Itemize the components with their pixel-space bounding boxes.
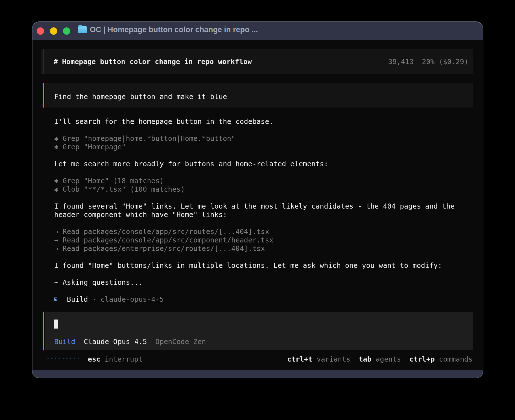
session-stats: 39,413 20% ($0.29): [388, 58, 468, 66]
conversation-line: ~ Asking questions...: [54, 278, 143, 287]
user-message-text: Find the homepage button and make it blu…: [54, 93, 227, 101]
user-message-bar: [43, 83, 44, 108]
minimize-button[interactable]: [50, 27, 57, 35]
conversation-line: ✱ Grep "Homepage": [54, 143, 126, 151]
footer-esc-hint: esc interrupt: [88, 355, 143, 364]
esc-key: esc: [88, 355, 101, 363]
conversation-line: Build · claude-opus-4-5: [54, 295, 164, 304]
conversation-line: → Read packages/enterprise/src/routes/[.…: [54, 244, 265, 253]
conversation-line: header component which have "Home" links…: [54, 211, 227, 219]
zoom-button[interactable]: [63, 27, 70, 35]
esc-label: interrupt: [105, 355, 143, 363]
spinner-dot: [55, 358, 56, 359]
folder-icon: [78, 26, 87, 33]
footer-shortcuts: ctrl+t variants tab agents ctrl+p comman…: [287, 355, 473, 364]
shortcut-label: commands: [435, 355, 473, 363]
shortcut-key: tab: [359, 355, 372, 363]
conversation-line: I found several "Home" links. Let me loo…: [54, 202, 455, 211]
input-bar: [43, 312, 44, 350]
text-cursor: [54, 320, 58, 329]
shortcut-label: agents: [372, 355, 409, 363]
window-title: OC | Homepage button color change in rep…: [90, 25, 258, 37]
conversation-line: → Read packages/console/app/src/componen…: [54, 236, 273, 244]
shortcut-label: variants: [313, 355, 359, 363]
close-button[interactable]: [37, 27, 44, 35]
input-status-line: Build Claude Opus 4.5 OpenCode Zen: [54, 338, 206, 346]
spinner-dot: [63, 358, 64, 359]
shortcut-key: ctrl+p: [409, 355, 435, 363]
conversation-line: I found "Home" buttons/links in multiple…: [54, 261, 442, 270]
conversation-line: I'll search for the homepage button in t…: [54, 117, 273, 126]
spinner-dot: [47, 358, 49, 359]
input-agent: Build: [54, 338, 75, 346]
session-header-bar: [43, 49, 43, 74]
conversation-line: ✱ Grep "Home" (18 matches): [54, 177, 164, 185]
conversation-line: → Read packages/console/app/src/routes/[…: [54, 228, 269, 236]
spinner-dot: [66, 358, 67, 359]
session-title: # Homepage button color change in repo w…: [54, 58, 252, 66]
conversation-line: Let me search more broadly for buttons a…: [54, 160, 328, 168]
input-provider: OpenCode Zen: [155, 338, 206, 346]
conversation-line: ✱ Glob "**/*.tsx" (100 matches): [54, 185, 185, 194]
spinner-dot: [74, 358, 75, 359]
conversation-line: ✱ Grep "homepage|home.*button|Home.*butt…: [54, 134, 235, 143]
build-agent-icon: [54, 295, 58, 304]
shortcut-key: ctrl+t: [287, 355, 313, 363]
input-model-name: Claude Opus 4.5: [84, 338, 147, 346]
